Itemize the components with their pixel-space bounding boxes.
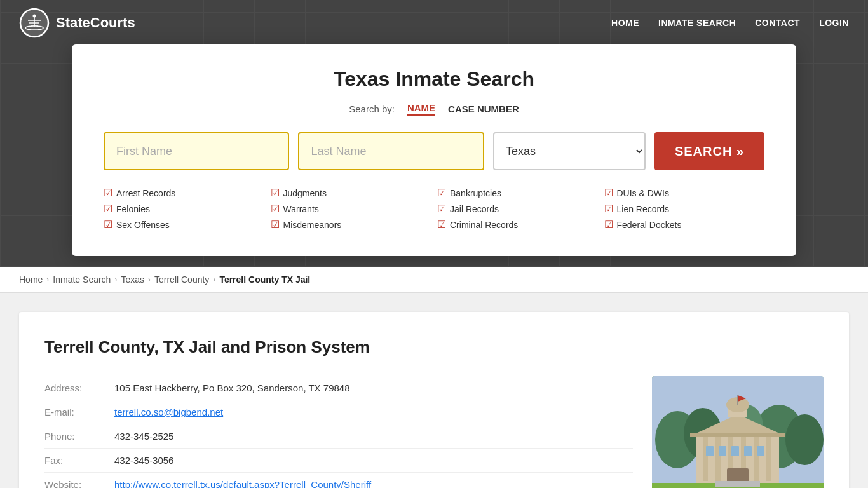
address-row: Address: 105 East Hackberry, Po Box 320,… bbox=[44, 376, 633, 400]
phone-label: Phone: bbox=[44, 431, 114, 442]
modal-title: Texas Inmate Search bbox=[104, 67, 764, 91]
svg-rect-30 bbox=[757, 446, 764, 456]
check-icon: ☑ bbox=[604, 203, 613, 215]
breadcrumb-state[interactable]: Texas bbox=[121, 274, 144, 285]
tab-name[interactable]: NAME bbox=[407, 102, 435, 116]
record-item: ☑Lien Records bbox=[604, 203, 765, 215]
logo-icon bbox=[19, 8, 50, 38]
breadcrumb-home[interactable]: Home bbox=[19, 274, 43, 285]
website-row: Website: http://www.co.terrell.tx.us/def… bbox=[44, 473, 633, 488]
breadcrumb-current: Terrell County TX Jail bbox=[219, 274, 310, 285]
website-link[interactable]: http://www.co.terrell.tx.us/default.aspx… bbox=[114, 479, 371, 488]
check-icon: ☑ bbox=[104, 203, 112, 215]
email-label: E-mail: bbox=[44, 407, 114, 417]
check-icon: ☑ bbox=[271, 219, 280, 231]
svg-rect-28 bbox=[731, 446, 739, 456]
check-icon: ☑ bbox=[604, 187, 613, 199]
breadcrumb-sep-4: › bbox=[213, 275, 215, 284]
last-name-input[interactable] bbox=[298, 132, 484, 170]
nav-inmate-search[interactable]: INMATE SEARCH bbox=[658, 18, 736, 28]
record-item: ☑Misdemeanors bbox=[271, 219, 431, 231]
content-card: Terrell County, TX Jail and Prison Syste… bbox=[19, 312, 849, 488]
record-item: ☑Felonies bbox=[104, 203, 264, 215]
breadcrumb-inmate-search[interactable]: Inmate Search bbox=[53, 274, 111, 285]
svg-rect-14 bbox=[703, 437, 708, 481]
record-item: ☑Sex Offenses bbox=[104, 219, 264, 231]
breadcrumb-sep-3: › bbox=[148, 275, 151, 284]
check-icon: ☑ bbox=[437, 219, 446, 231]
check-icon: ☑ bbox=[104, 219, 112, 231]
breadcrumb-bar: Home › Inmate Search › Texas › Terrell C… bbox=[0, 267, 868, 293]
check-icon: ☑ bbox=[604, 219, 613, 231]
facility-info: Address: 105 East Hackberry, Po Box 320,… bbox=[44, 376, 633, 488]
address-value: 105 East Hackberry, Po Box 320, Sanderso… bbox=[114, 383, 350, 393]
record-label: Arrest Records bbox=[116, 188, 175, 198]
svg-rect-21 bbox=[690, 433, 785, 437]
svg-rect-26 bbox=[706, 446, 714, 456]
record-label: Lien Records bbox=[617, 204, 670, 214]
search-by-row: Search by: NAME CASE NUMBER bbox=[104, 102, 764, 116]
search-fields: Texas Alabama Alaska Arizona California … bbox=[104, 132, 764, 170]
record-label: Felonies bbox=[116, 204, 150, 214]
phone-row: Phone: 432-345-2525 bbox=[44, 424, 633, 449]
check-icon: ☑ bbox=[271, 187, 280, 199]
site-name: StateCourts bbox=[56, 15, 135, 31]
search-button[interactable]: SEARCH » bbox=[654, 132, 764, 170]
record-item: ☑Arrest Records bbox=[104, 187, 264, 199]
fax-row: Fax: 432-345-3056 bbox=[44, 449, 633, 473]
check-icon: ☑ bbox=[104, 187, 112, 199]
fax-label: Fax: bbox=[44, 455, 114, 466]
first-name-input[interactable] bbox=[104, 132, 289, 170]
svg-point-6 bbox=[33, 15, 36, 18]
record-item: ☑Bankruptcies bbox=[437, 187, 598, 199]
facility-building-svg bbox=[652, 376, 824, 488]
record-label: Federal Dockets bbox=[617, 220, 682, 230]
nav-home[interactable]: HOME bbox=[611, 18, 639, 28]
svg-rect-29 bbox=[744, 446, 752, 456]
state-select[interactable]: Texas Alabama Alaska Arizona California … bbox=[493, 132, 646, 170]
content-layout: Address: 105 East Hackberry, Po Box 320,… bbox=[44, 376, 824, 488]
svg-point-11 bbox=[785, 414, 824, 465]
facility-image bbox=[652, 376, 824, 488]
check-icon: ☑ bbox=[437, 187, 446, 199]
fax-value: 432-345-3056 bbox=[114, 455, 173, 466]
nav-login[interactable]: LOGIN bbox=[819, 18, 849, 28]
main-content: Terrell County, TX Jail and Prison Syste… bbox=[0, 293, 868, 488]
record-label: Judgments bbox=[283, 188, 327, 198]
record-label: Jail Records bbox=[450, 204, 499, 214]
svg-rect-33 bbox=[715, 481, 760, 487]
logo-area: StateCourts bbox=[19, 8, 135, 38]
record-item: ☑Jail Records bbox=[437, 203, 598, 215]
svg-rect-27 bbox=[719, 446, 726, 456]
record-item: ☑DUIs & DWIs bbox=[604, 187, 765, 199]
record-label: Warrants bbox=[283, 204, 319, 214]
hero-section: COURTHOUSE StateCourts HOME INMATE SEARC… bbox=[0, 0, 868, 267]
record-label: Bankruptcies bbox=[450, 188, 501, 198]
breadcrumb-sep-1: › bbox=[46, 275, 49, 284]
facility-title: Terrell County, TX Jail and Prison Syste… bbox=[44, 337, 824, 357]
email-link[interactable]: terrell.co.so@bigbend.net bbox=[114, 407, 223, 417]
tab-case-number[interactable]: CASE NUMBER bbox=[448, 104, 519, 114]
search-by-label: Search by: bbox=[349, 104, 395, 114]
record-label: Criminal Records bbox=[450, 220, 518, 230]
nav-links: HOME INMATE SEARCH CONTACT LOGIN bbox=[611, 18, 849, 28]
check-icon: ☑ bbox=[437, 203, 446, 215]
record-label: Sex Offenses bbox=[116, 220, 170, 230]
svg-rect-19 bbox=[766, 437, 771, 481]
phone-value: 432-345-2525 bbox=[114, 431, 173, 442]
record-item: ☑Federal Dockets bbox=[604, 219, 765, 231]
top-navigation: StateCourts HOME INMATE SEARCH CONTACT L… bbox=[0, 0, 868, 46]
nav-contact[interactable]: CONTACT bbox=[755, 18, 800, 28]
check-icon: ☑ bbox=[271, 203, 280, 215]
svg-rect-18 bbox=[754, 437, 759, 481]
breadcrumb-county[interactable]: Terrell County bbox=[154, 274, 209, 285]
email-row: E-mail: terrell.co.so@bigbend.net bbox=[44, 400, 633, 424]
records-grid: ☑Arrest Records☑Judgments☑Bankruptcies☑D… bbox=[104, 187, 764, 231]
record-item: ☑Criminal Records bbox=[437, 219, 598, 231]
website-label: Website: bbox=[44, 479, 114, 488]
search-modal: Texas Inmate Search Search by: NAME CASE… bbox=[72, 44, 796, 256]
record-label: DUIs & DWIs bbox=[617, 188, 669, 198]
record-label: Misdemeanors bbox=[283, 220, 342, 230]
record-item: ☑Warrants bbox=[271, 203, 431, 215]
address-label: Address: bbox=[44, 383, 114, 393]
